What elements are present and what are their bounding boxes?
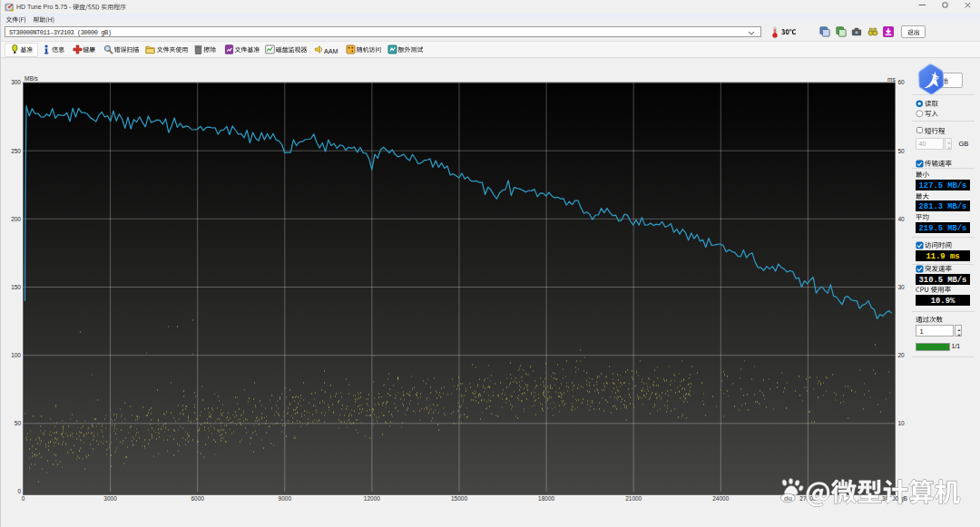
svg-text:60: 60 [898,79,906,85]
svg-text:12000: 12000 [364,495,380,502]
svg-text:24000: 24000 [712,495,729,502]
svg-text:3000: 3000 [103,495,117,502]
svg-text:300: 300 [11,79,21,85]
svg-text:ms: ms [887,76,896,83]
svg-text:0: 0 [17,488,21,494]
svg-text:250: 250 [11,148,21,154]
svg-text:du: du [784,494,793,503]
svg-text:10: 10 [898,420,906,426]
svg-text:20: 20 [898,352,906,358]
svg-text:30: 30 [898,284,906,290]
svg-text:0: 0 [22,495,25,502]
svg-text:9000: 9000 [279,495,292,502]
svg-text:6000: 6000 [191,495,204,502]
svg-text:50: 50 [15,420,22,426]
svg-text:MB/s: MB/s [24,75,39,82]
svg-text:50: 50 [898,148,906,154]
svg-text:18000: 18000 [538,495,554,502]
svg-text:150: 150 [11,284,21,290]
svg-text:200: 200 [11,216,21,222]
svg-text:21000: 21000 [625,495,642,502]
svg-text:40: 40 [898,216,906,222]
svg-text:100: 100 [11,352,21,358]
svg-text:15000: 15000 [451,495,467,502]
